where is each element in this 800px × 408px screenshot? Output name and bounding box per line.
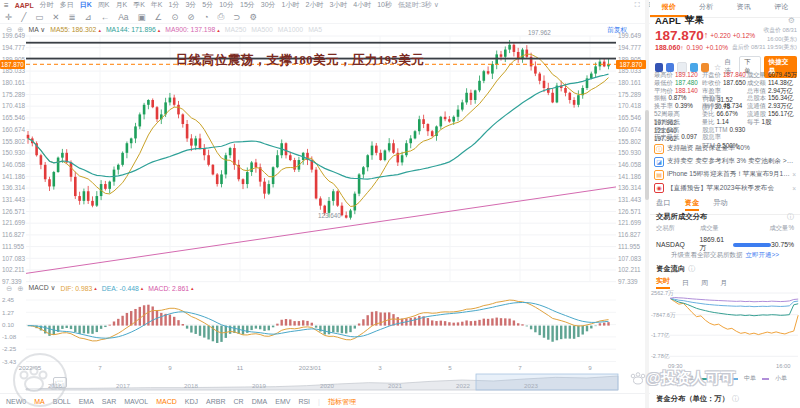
info-row-2[interactable]: ▤iPhone 15即将迎来首秀！苹果宣布9月12日举行发布...× xyxy=(654,169,796,180)
info-row-icon: ◉ xyxy=(654,183,664,193)
flowtab-周[interactable]: 周 xyxy=(701,278,708,288)
eraser-tool-icon[interactable]: ⊘ xyxy=(187,12,194,22)
delete-drawing-tool-icon[interactable]: ✕ xyxy=(52,12,59,22)
indicator-tab-KDJ[interactable]: KDJ xyxy=(185,398,198,405)
macd-selector[interactable]: MACD ∨ xyxy=(29,284,56,292)
text-tool-icon[interactable]: Aa xyxy=(118,12,128,22)
period-tab-1分[interactable]: 1分 xyxy=(168,0,179,10)
gear-icon[interactable]: ⚙ xyxy=(788,16,795,25)
legend-swatch-大单 xyxy=(700,378,707,380)
funds-flow-chart[interactable]: 2562.7万-7847.6万-1.77亿-2.78亿 xyxy=(650,290,800,360)
subtab-盘口[interactable]: 盘口 xyxy=(656,198,671,211)
indicator-tab-NEW0[interactable]: NEW0 xyxy=(6,398,26,405)
close-icon[interactable]: × xyxy=(792,185,796,192)
fibonacci-tool-icon[interactable]: ≣ xyxy=(68,12,75,22)
info-row-text: 支持融资 融资保证金率 40% xyxy=(667,144,796,153)
period-tab-季K[interactable]: 季K xyxy=(133,0,145,10)
crosshair-tool-icon[interactable]: ✛ xyxy=(5,12,12,22)
indicator-tab-EMV[interactable]: EMV xyxy=(275,398,290,405)
period-tab-1小时[interactable]: 1小时 xyxy=(282,0,300,10)
indicator-manage-button[interactable]: 指标管理 xyxy=(328,397,356,407)
indicator-tab-CR[interactable]: CR xyxy=(234,398,244,405)
period-tab-10分[interactable]: 10分 xyxy=(219,0,234,10)
flowtab-月[interactable]: 月 xyxy=(720,278,727,288)
trendline-tool-icon[interactable]: ╱ xyxy=(21,12,26,22)
chart-navigator[interactable]: ⋯ 20162017201820192020202120222023 xyxy=(0,374,648,392)
info-row-0[interactable]: ⓘ支持融资 融资保证金率 40% xyxy=(654,143,796,154)
indicator-tab-EMA[interactable]: EMA xyxy=(79,398,94,405)
flow-info-icon[interactable]: ⓘ xyxy=(688,264,695,274)
indicator-tab-MACD[interactable]: MACD xyxy=(156,398,177,405)
stat-流通值: 流通值2.93万亿 xyxy=(747,102,798,110)
svg-text:116.827: 116.827 xyxy=(618,231,641,238)
flowtab-实时[interactable]: 实时 xyxy=(656,276,670,289)
ma-trend-arrow: ▴ xyxy=(158,27,161,33)
settings-tool-icon[interactable]: ⚙ xyxy=(250,12,258,22)
macd-collapse-icon[interactable]: ⊖ xyxy=(6,284,12,293)
macd-value-dif: DIF: 0.983 xyxy=(60,285,92,292)
period-tab-4小时[interactable]: 4小时 xyxy=(353,0,371,10)
period-tab-10秒[interactable]: 10秒 xyxy=(377,0,392,10)
history-tool-icon[interactable]: ◔ xyxy=(203,12,208,22)
stock-symbol: AAPL xyxy=(655,15,681,26)
stat-最低价: 最低价187.480 xyxy=(654,79,702,87)
subtab-异动[interactable]: 异动 xyxy=(713,198,728,211)
comment-tool-icon[interactable]: ▣ xyxy=(138,12,146,22)
delay-dropdown[interactable]: 低延时:3秒 ∨ xyxy=(398,0,439,10)
period-tab-周K[interactable]: 周K xyxy=(98,0,110,10)
rectangle-tool-icon[interactable]: ▭ xyxy=(35,12,43,22)
info-row-3[interactable]: ◉【直播预告】苹果2023年秋季发布会× xyxy=(654,183,796,194)
stat-换手率: 换手率0.39% xyxy=(654,102,702,110)
measure-tool-icon[interactable]: ⊿ xyxy=(85,12,92,22)
info-row-1[interactable]: ◪支持卖空 卖空参考利率 3% 卖空池剩余 >1000万股 xyxy=(654,156,796,167)
period-tab-分时[interactable]: 分时 xyxy=(40,0,54,10)
period-tab-3分[interactable]: 3分 xyxy=(185,0,196,10)
svg-text:2.45: 2.45 xyxy=(2,296,15,303)
svg-text:136.314: 136.314 xyxy=(618,184,642,191)
arrow-tool-icon[interactable]: ← xyxy=(101,12,110,22)
period-tab-日K[interactable]: 日K xyxy=(80,0,92,10)
macd-expand-icon[interactable]: ⊕ xyxy=(17,284,23,293)
indicator-tab-MAVOL[interactable]: MAVOL xyxy=(124,398,148,405)
indicator-tab-DMA[interactable]: DMA xyxy=(252,398,268,405)
svg-text:199.649: 199.649 xyxy=(2,32,26,39)
magnet-tool-icon[interactable]: ⊙ xyxy=(171,12,178,22)
svg-text:0.10: 0.10 xyxy=(2,321,15,328)
subtab-资金[interactable]: 资金 xyxy=(685,198,700,211)
ma-value-MA144: MA144: 171.896 xyxy=(106,26,156,33)
svg-text:194.777: 194.777 xyxy=(618,44,642,51)
period-tab-30分[interactable]: 30分 xyxy=(261,0,276,10)
legend-swatch-小单 xyxy=(762,378,769,380)
period-tab-2小时[interactable]: 2小时 xyxy=(306,0,324,10)
screenshot-tool-icon[interactable]: ⎙ xyxy=(218,11,225,22)
dist-info-icon[interactable]: ⓘ xyxy=(732,394,739,404)
indicator-tab-RSI[interactable]: RSI xyxy=(298,398,310,405)
menu-icon[interactable]: ≡ xyxy=(4,1,9,10)
scrollbar-thumb[interactable] xyxy=(645,110,649,200)
period-tab-月K[interactable]: 月K xyxy=(115,0,127,10)
macd-chart[interactable]: 2.451.270.10-1.08-2.25-3.43 xyxy=(0,294,648,364)
divider: | xyxy=(318,398,320,405)
ma-selector[interactable]: MA ∨ xyxy=(29,26,46,34)
period-tab-3小时[interactable]: 3小时 xyxy=(329,0,347,10)
candlestick-chart[interactable]: 199.649199.649194.777194.777189.905189.9… xyxy=(0,36,648,282)
info-icon[interactable]: ⓘ xyxy=(787,212,794,222)
angle-tool-icon[interactable]: ∠ xyxy=(155,12,163,22)
symbol-tab[interactable]: AAPL xyxy=(15,2,34,9)
indicator-tab-MA[interactable]: MA xyxy=(34,398,45,405)
svg-text:126.571: 126.571 xyxy=(618,208,642,215)
link-tool-icon[interactable]: ⊃ xyxy=(233,12,240,22)
fullscreen-icon[interactable]: ⛶ xyxy=(635,1,640,9)
indicator-tab-SAR[interactable]: SAR xyxy=(102,398,116,405)
indicator-tab-ARBR[interactable]: ARBR xyxy=(206,398,225,405)
svg-text:107.083: 107.083 xyxy=(2,255,26,262)
period-tab-5分[interactable]: 5分 xyxy=(202,0,213,10)
period-tab-15分[interactable]: 15分 xyxy=(240,0,255,10)
period-tab-年K[interactable]: 年K xyxy=(151,0,163,10)
stat-股息TTM: 股息TTM0.930 xyxy=(702,126,747,134)
period-tab-多日[interactable]: 多日 xyxy=(60,0,74,10)
indicator-tab-BOLL[interactable]: BOLL xyxy=(53,398,71,405)
flowtab-日[interactable]: 日 xyxy=(682,278,689,288)
close-icon[interactable]: × xyxy=(792,171,796,178)
svg-text:175.289: 175.289 xyxy=(2,91,26,98)
